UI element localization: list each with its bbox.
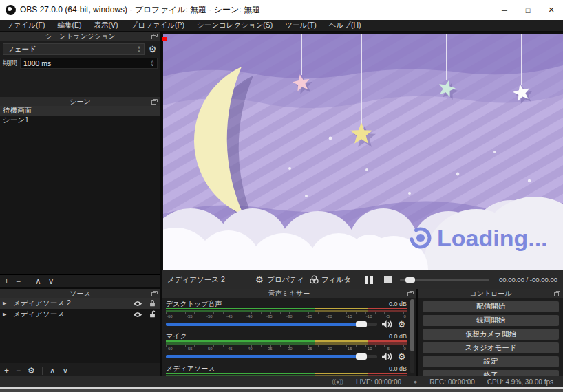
expand-icon[interactable]: ▶ — [3, 312, 10, 317]
meter-scale: -60-55-50 -45-40-35 -30-25-20 -15-10-5 0 — [166, 345, 407, 351]
channel-level: 0.0 dB — [389, 301, 407, 307]
menu-help[interactable]: ヘルプ(H) — [323, 20, 368, 31]
preview-area: Loading... — [162, 32, 563, 270]
studio-mode-button[interactable]: スタジオモード — [423, 342, 559, 353]
media-time: 00:00:00 / -00:00:00 — [499, 276, 557, 283]
source-properties-gear-icon[interactable]: ⚙ — [28, 367, 35, 375]
menu-profile[interactable]: プロファイル(P) — [124, 20, 190, 31]
menu-edit[interactable]: 編集(E) — [51, 20, 87, 31]
window-edge[interactable] — [0, 389, 563, 392]
scene-up-button[interactable]: ∧ — [35, 277, 41, 285]
properties-button[interactable]: ⚙ プロパティ — [254, 274, 304, 285]
audio-mixer-panel: 音声ミキサー デスクトップ音声 0.0 dB -60-55-50 -45-40-… — [162, 289, 416, 376]
volume-slider[interactable] — [166, 355, 377, 358]
toolbar-separator — [28, 277, 28, 285]
sources-list: ▶ メディアソース 2 ▶ メディアソース — [0, 298, 160, 363]
menu-bar: ファイル(F) 編集(E) 表示(V) プロファイル(P) シーンコレクション(… — [0, 20, 563, 31]
transition-gear-icon[interactable]: ⚙ — [147, 44, 158, 54]
menu-scene-collection[interactable]: シーンコレクション(S) — [191, 20, 279, 31]
speaker-icon[interactable] — [381, 352, 392, 361]
source-down-button[interactable]: ∨ — [63, 367, 69, 375]
menu-file[interactable]: ファイル(F) — [0, 20, 51, 31]
status-bar: ((●)) LIVE: 00:00:00 ● REC: 00:00:00 CPU… — [0, 376, 563, 387]
preview-scene-image[interactable]: Loading... — [163, 34, 563, 270]
source-up-button[interactable]: ∧ — [50, 367, 56, 375]
scenes-title: シーン — [70, 97, 90, 107]
cpu-fps: CPU: 4.9%, 30.00 fps — [487, 378, 553, 386]
stop-button[interactable] — [384, 276, 392, 283]
duration-label: 期間 — [3, 58, 17, 68]
scenes-header[interactable]: シーン — [0, 97, 160, 106]
mixer-channel-media-source: メディアソース 0.0 dB — [166, 364, 407, 376]
popout-icon[interactable] — [407, 291, 414, 296]
add-scene-button[interactable]: + — [4, 277, 9, 285]
remove-source-button[interactable]: − — [16, 367, 21, 375]
scenes-toolbar: + − ∧ ∨ — [0, 274, 160, 287]
vu-meter — [166, 308, 407, 312]
scenes-list: 待機画面 シーン1 — [0, 106, 160, 274]
popout-icon[interactable] — [151, 34, 158, 39]
obs-logo-icon[interactable] — [6, 5, 16, 15]
source-item-media-2[interactable]: ▶ メディアソース 2 — [0, 298, 160, 309]
spinner-up-down-icon[interactable]: ∧∨ — [148, 58, 157, 68]
menu-tools[interactable]: ツール(T) — [279, 20, 322, 31]
start-virtual-camera-button[interactable]: 仮想カメラ開始 — [423, 329, 559, 340]
scene-transitions-header[interactable]: シーントランジション — [0, 32, 160, 41]
filter-icon — [310, 275, 319, 284]
popout-icon[interactable] — [151, 99, 158, 105]
mixer-scrollbar[interactable] — [410, 299, 414, 373]
channel-gear-icon[interactable]: ⚙ — [396, 351, 407, 362]
source-label: メディアソース 2 — [13, 298, 71, 308]
slider-handle[interactable] — [356, 353, 367, 360]
slider-handle[interactable] — [356, 321, 367, 327]
channel-name: マイク — [166, 331, 187, 341]
close-button[interactable]: ✕ — [540, 0, 563, 20]
obs-window: OBS 27.0.0 (64-bit, windows) - プロファイル: 無… — [0, 0, 563, 392]
filters-button[interactable]: フィルタ — [310, 275, 351, 285]
record-dot-icon: ● — [414, 378, 417, 385]
remove-scene-button[interactable]: − — [16, 277, 21, 285]
duration-value: 1000 ms — [23, 59, 51, 67]
scene-item-1[interactable]: シーン1 — [0, 116, 160, 125]
duration-input[interactable]: 1000 ms ∧∨ — [20, 58, 158, 69]
broadcast-icon: ((●)) — [332, 378, 343, 385]
sources-toolbar: + − ⚙ ∧ ∨ — [0, 364, 160, 376]
gear-icon: ⚙ — [254, 274, 264, 285]
separator — [357, 274, 357, 285]
pause-button[interactable] — [363, 276, 376, 284]
speaker-icon[interactable] — [381, 320, 392, 329]
popout-icon[interactable] — [554, 291, 560, 296]
mixer-channel-mic: マイク 0.0 dB -60-55-50 -45-40-35 -30-25-20… — [166, 331, 407, 362]
sources-header[interactable]: ソース — [0, 289, 160, 298]
scene-down-button[interactable]: ∨ — [48, 277, 54, 285]
eye-icon[interactable] — [133, 301, 142, 307]
start-recording-button[interactable]: 録画開始 — [423, 315, 559, 326]
unlock-icon[interactable] — [149, 310, 156, 318]
minimize-button[interactable]: ─ — [493, 0, 516, 20]
media-progress-slider[interactable] — [400, 279, 489, 281]
start-streaming-button[interactable]: 配信開始 — [423, 301, 559, 312]
menu-view[interactable]: 表示(V) — [87, 20, 124, 31]
popout-icon[interactable] — [151, 291, 158, 296]
slider-handle[interactable] — [405, 277, 415, 283]
live-time: LIVE: 00:00:00 — [356, 378, 401, 386]
scene-item-standby[interactable]: 待機画面 — [0, 106, 160, 116]
settings-button[interactable]: 設定 — [423, 356, 559, 367]
controls-header[interactable]: コントロール — [418, 289, 563, 298]
maximize-button[interactable]: □ — [516, 0, 540, 20]
eye-icon[interactable] — [133, 312, 142, 318]
channel-gear-icon[interactable]: ⚙ — [396, 319, 407, 329]
source-item-media[interactable]: ▶ メディアソース — [0, 309, 160, 320]
scene-transitions-panel: シーントランジション フェード ∧∨ ⚙ 期間 1000 ms ∧∨ — [0, 32, 160, 97]
expand-icon[interactable]: ▶ — [3, 301, 10, 306]
chevron-up-down-icon[interactable]: ∧∨ — [134, 44, 144, 54]
selection-handle[interactable] — [162, 37, 167, 41]
volume-slider[interactable] — [166, 323, 377, 326]
lock-icon[interactable] — [149, 299, 156, 307]
scrollbar-thumb[interactable] — [410, 299, 414, 351]
mixer-header[interactable]: 音声ミキサー — [162, 289, 416, 298]
transition-select[interactable]: フェード ∧∨ — [3, 43, 145, 55]
transition-value: フェード — [7, 45, 36, 54]
add-source-button[interactable]: + — [4, 367, 9, 375]
separator — [248, 274, 248, 285]
